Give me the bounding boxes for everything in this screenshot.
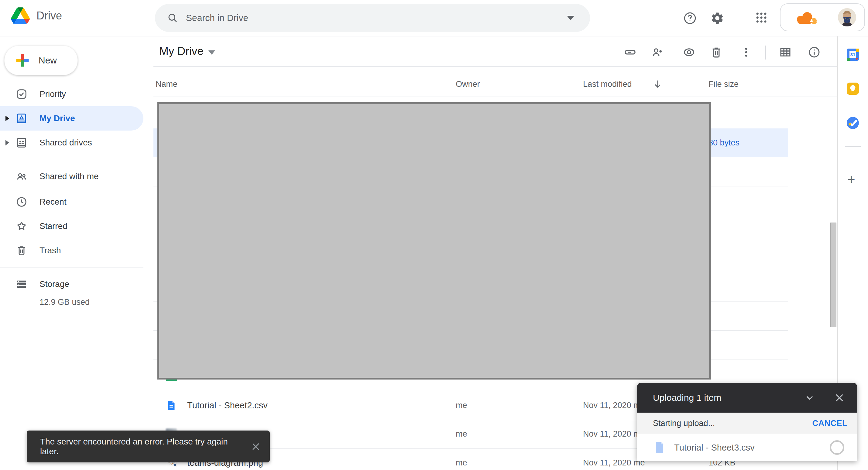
sidebar-item-trash[interactable]: Trash xyxy=(0,238,144,263)
more-actions-button[interactable] xyxy=(738,44,754,60)
sidebar-item-label: Shared with me xyxy=(39,172,99,181)
column-header-last-modified[interactable]: Last modified xyxy=(583,79,632,89)
upload-progress-dialog: Uploading 1 item Starting upload... CANC… xyxy=(637,383,857,461)
sidebar-item-recent[interactable]: Recent xyxy=(0,190,144,214)
new-button-label: New xyxy=(39,55,57,66)
drive-brand[interactable]: Drive xyxy=(11,7,62,24)
get-link-button[interactable] xyxy=(622,44,638,60)
search-bar[interactable]: Search in Drive xyxy=(155,4,590,32)
csv-file-icon xyxy=(166,400,177,411)
file-owner: me xyxy=(456,419,467,448)
close-upload-dialog-button[interactable] xyxy=(831,389,848,406)
search-input[interactable]: Search in Drive xyxy=(186,13,567,23)
upload-file-icon xyxy=(655,441,664,454)
google-drive-app: Drive Search in Drive xyxy=(0,0,868,470)
upload-status-row: Starting upload... CANCEL xyxy=(637,413,857,434)
column-header-owner[interactable]: Owner xyxy=(456,79,480,89)
sidebar-item-label: Trash xyxy=(39,246,61,255)
sort-arrow-down-icon[interactable] xyxy=(652,78,663,91)
gray-overlay-box xyxy=(157,102,711,379)
help-button[interactable] xyxy=(681,10,699,27)
sidebar-item-shared-with-me[interactable]: Shared with me xyxy=(0,164,144,189)
tasks-icon[interactable] xyxy=(846,116,860,130)
uploading-file-name: Tutorial - Sheet3.csv xyxy=(674,443,830,453)
sidebar-item-label: Priority xyxy=(39,89,66,99)
chevron-down-icon xyxy=(805,393,815,403)
upload-spinner xyxy=(830,440,844,455)
help-icon xyxy=(683,11,697,25)
cloudflare-logo[interactable] xyxy=(788,8,820,27)
sidebar-item-shared-drives[interactable]: Shared drives xyxy=(0,131,144,155)
storage-icon xyxy=(16,278,27,290)
avatar[interactable] xyxy=(838,8,857,27)
details-button[interactable] xyxy=(806,44,823,60)
vertical-scrollbar[interactable] xyxy=(830,223,836,327)
add-person-icon xyxy=(651,46,664,59)
preview-button[interactable] xyxy=(681,44,697,60)
upload-dialog-header: Uploading 1 item xyxy=(637,383,857,413)
upload-dialog-title: Uploading 1 item xyxy=(653,393,801,403)
file-owner: me xyxy=(456,391,467,420)
shared-with-me-icon xyxy=(16,171,27,182)
close-icon xyxy=(834,392,845,403)
sidebar-item-label: My Drive xyxy=(39,113,75,123)
search-options-caret-icon[interactable] xyxy=(567,16,574,20)
sidebar-item-label: Storage xyxy=(39,279,69,289)
product-name: Drive xyxy=(36,9,62,22)
toolbar-divider xyxy=(765,45,766,60)
minimize-button[interactable] xyxy=(801,389,818,406)
priority-icon xyxy=(16,88,27,100)
column-header-file-size[interactable]: File size xyxy=(709,79,739,89)
file-modified: Nov 11, 2020 me xyxy=(583,391,645,420)
file-name: Tutorial - Sheet2.csv xyxy=(187,391,268,420)
sidebar-divider xyxy=(0,267,144,268)
file-size-cell: 80 bytes xyxy=(709,128,740,157)
starred-star-icon xyxy=(16,221,27,232)
delete-button[interactable] xyxy=(708,44,724,60)
cancel-upload-button[interactable]: CANCEL xyxy=(812,419,848,428)
shared-drives-icon xyxy=(16,137,27,148)
search-icon[interactable] xyxy=(167,12,178,23)
sidebar-item-storage[interactable]: Storage xyxy=(0,272,144,296)
uploading-file-row[interactable]: Tutorial - Sheet3.csv xyxy=(637,434,857,461)
sidebar: New Priority My Drive xyxy=(0,36,146,470)
settings-button[interactable] xyxy=(709,10,726,27)
expand-arrow-icon[interactable] xyxy=(5,116,9,121)
sidebar-item-starred[interactable]: Starred xyxy=(0,214,144,238)
sidebar-item-label: Starred xyxy=(39,221,67,231)
share-button[interactable] xyxy=(649,44,666,60)
keep-icon[interactable] xyxy=(846,82,860,95)
dismiss-toast-button[interactable] xyxy=(247,438,264,455)
svg-text:31: 31 xyxy=(850,52,856,57)
sidebar-item-my-drive[interactable]: My Drive xyxy=(0,106,144,131)
expand-arrow-icon[interactable] xyxy=(5,140,9,145)
close-icon xyxy=(251,441,261,452)
error-toast: The server encountered an error. Please … xyxy=(27,431,270,462)
account-area[interactable] xyxy=(780,3,865,31)
add-side-panel-app-button[interactable]: + xyxy=(847,172,855,187)
error-toast-message: The server encountered an error. Please … xyxy=(40,437,247,456)
table-header-divider xyxy=(153,97,837,97)
header-divider xyxy=(153,66,837,67)
new-button[interactable]: New xyxy=(4,45,78,75)
side-panel-separator xyxy=(845,146,861,147)
settings-gear-icon xyxy=(710,11,724,25)
google-apps-button[interactable] xyxy=(753,9,770,26)
storage-used-label: 12.9 GB used xyxy=(39,298,90,307)
title-dropdown-caret-icon[interactable] xyxy=(209,51,215,55)
file-modified: Nov 11, 2020 me xyxy=(583,419,645,448)
grid-view-button[interactable] xyxy=(777,44,794,60)
calendar-icon[interactable]: 31 xyxy=(846,48,860,61)
trash-icon xyxy=(16,245,27,256)
column-header-name[interactable]: Name xyxy=(156,79,178,89)
sidebar-item-priority[interactable]: Priority xyxy=(0,82,144,106)
page-title[interactable]: My Drive xyxy=(159,45,204,58)
file-modified: Nov 11, 2020 me xyxy=(583,448,645,470)
grid-view-icon xyxy=(779,46,792,59)
my-drive-icon xyxy=(16,113,27,124)
get-link-icon xyxy=(624,46,637,59)
trash-icon xyxy=(710,46,723,59)
sidebar-item-label: Recent xyxy=(39,197,66,207)
info-icon xyxy=(808,46,820,59)
drive-logo-icon xyxy=(11,7,30,24)
